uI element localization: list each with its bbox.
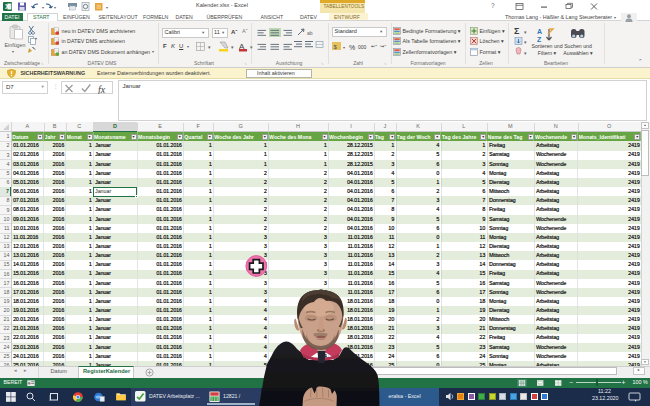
svg-text:▾: ▾: [250, 44, 253, 50]
svg-text:Z: Z: [537, 36, 542, 43]
svg-text:%: %: [349, 43, 355, 50]
svg-text:▾: ▾: [208, 44, 211, 50]
svg-text:fx: fx: [98, 83, 106, 94]
svg-text:▾: ▾: [524, 50, 527, 56]
svg-text:▾: ▾: [524, 29, 527, 35]
svg-text:ab: ab: [307, 30, 313, 36]
svg-text:▾: ▾: [106, 5, 108, 10]
svg-text:A: A: [537, 28, 542, 35]
svg-text:Σ: Σ: [514, 26, 520, 36]
svg-text:▾: ▾: [54, 5, 56, 10]
svg-text:X: X: [5, 3, 10, 10]
svg-text:▾: ▾: [231, 44, 234, 50]
svg-text:▾: ▾: [524, 39, 527, 45]
svg-text:↪⁰: ↪⁰: [380, 43, 386, 49]
svg-text:▾: ▾: [42, 5, 44, 10]
svg-text:▾: ▾: [343, 45, 345, 50]
svg-text:000: 000: [358, 43, 367, 49]
svg-text:↩⁰: ↩⁰: [371, 43, 377, 49]
